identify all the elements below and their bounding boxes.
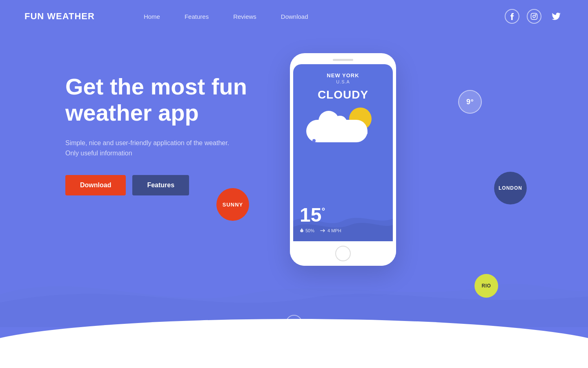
instagram-icon[interactable] [527,9,541,24]
phone-wind: 4 MPH [320,228,341,233]
hero-title: Get the most fun weather app [65,74,270,126]
hero-content: Get the most fun weather app Simple, nic… [65,74,270,195]
phone-screen: NEW YORK U.S.A CLOUDY [293,64,393,241]
weather-illustration [306,105,380,146]
phone-temperature: 15° [300,204,325,226]
nav-download[interactable]: Download [281,13,308,20]
main-nav: Home Features Reviews Download [144,13,505,20]
svg-point-1 [533,15,535,18]
features-button[interactable]: Features [132,175,189,195]
badge-temperature-9: 9° [458,90,482,114]
facebook-icon[interactable] [505,9,519,24]
home-button [335,246,351,261]
phone-condition: CLOUDY [318,88,368,101]
phone-temp-section: 15° 50% 4 MPH [300,204,386,233]
download-button[interactable]: Download [65,175,126,195]
hero-subtitle: Simple, nice and user-friendly applicati… [65,138,270,159]
badge-london: LONDON [494,172,527,204]
twitter-icon[interactable] [549,9,564,24]
svg-rect-0 [531,13,537,20]
nav-home[interactable]: Home [144,13,160,20]
phone-speaker [333,59,353,61]
hero-section: FUN WEATHER Home Features Reviews Downlo… [0,0,588,352]
svg-point-2 [535,14,536,15]
badge-rio: RIO [474,274,498,298]
phone-city: NEW YORK [327,72,359,79]
site-header: FUN WEATHER Home Features Reviews Downlo… [0,0,588,33]
cloud-icon [306,120,368,142]
phone-humidity: 50% [300,228,314,233]
cloud-dot-1 [312,139,316,142]
phone-meta: 50% 4 MPH [300,228,386,233]
phone-frame: NEW YORK U.S.A CLOUDY [290,53,396,266]
nav-reviews[interactable]: Reviews [233,13,256,20]
phone-bottom [290,241,396,266]
nav-features[interactable]: Features [185,13,209,20]
badge-sunny: SUNNY [216,188,249,221]
scroll-indicator[interactable]: ∨ [286,315,302,331]
cloud-dot-2 [364,131,368,135]
site-logo: FUN WEATHER [24,11,95,22]
phone-mockup: NEW YORK U.S.A CLOUDY [290,53,396,266]
social-links [505,9,564,24]
phone-country: U.S.A [336,79,350,84]
